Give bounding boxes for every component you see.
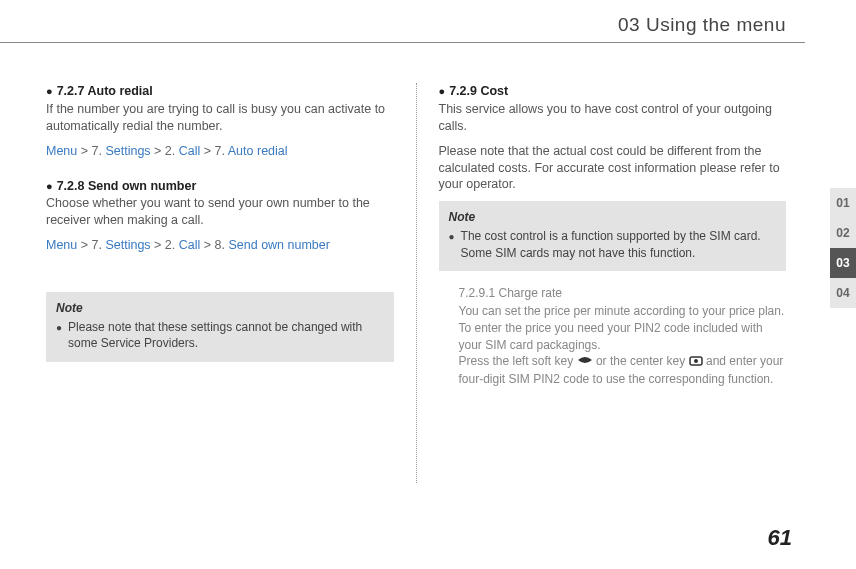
page-content: ●7.2.7 Auto redial If the number you are…: [0, 43, 856, 483]
section-7-2-7-title: ●7.2.7 Auto redial: [46, 83, 394, 100]
tab-01[interactable]: 01: [830, 188, 856, 218]
note-header: Note: [449, 209, 777, 225]
section-7-2-8-body: Choose whether you want to send your own…: [46, 195, 394, 229]
bullet-icon: ●: [449, 230, 455, 260]
bullet-icon: ●: [56, 321, 62, 351]
breadcrumb: Menu > 7. Settings > 2. Call > 7. Auto r…: [46, 143, 394, 160]
tab-03[interactable]: 03: [830, 248, 856, 278]
section-7-2-8-title: ●7.2.8 Send own number: [46, 178, 394, 195]
subsection-body-keys: Press the left soft key or the center ke…: [439, 353, 787, 387]
crumb-menu: Menu: [46, 238, 77, 252]
section-title-text: 7.2.9 Cost: [449, 84, 508, 98]
section-7-2-9-body1: This service allows you to have cost con…: [439, 101, 787, 135]
note-text: The cost control is a function supported…: [461, 228, 776, 260]
section-title-text: 7.2.7 Auto redial: [57, 84, 153, 98]
note-box: Note ● The cost control is a function su…: [439, 201, 787, 271]
section-title-text: 7.2.8 Send own number: [57, 179, 197, 193]
crumb-settings: Settings: [105, 238, 150, 252]
page-number: 61: [768, 525, 792, 551]
chapter-header: 03 Using the menu: [0, 0, 856, 42]
breadcrumb: Menu > 7. Settings > 2. Call > 8. Send o…: [46, 237, 394, 254]
crumb-call: Call: [179, 238, 201, 252]
subsection-7-2-9-1-title: 7.2.9.1 Charge rate: [439, 285, 787, 301]
svg-point-1: [694, 359, 698, 363]
bullet-icon: ●: [46, 85, 53, 97]
crumb-send-own-number: Send own number: [228, 238, 329, 252]
section-7-2-7-body: If the number you are trying to call is …: [46, 101, 394, 135]
crumb-menu: Menu: [46, 144, 77, 158]
chapter-tabs: 01 02 03 04: [830, 188, 856, 308]
crumb-auto-redial: Auto redial: [228, 144, 288, 158]
left-soft-key-icon: [577, 354, 593, 371]
note-box: Note ● Please note that these settings c…: [46, 292, 394, 362]
tab-04[interactable]: 04: [830, 278, 856, 308]
column-right: ●7.2.9 Cost This service allows you to h…: [416, 83, 797, 483]
section-7-2-9-title: ●7.2.9 Cost: [439, 83, 787, 100]
note-header: Note: [56, 300, 384, 316]
center-key-icon: [689, 354, 703, 371]
section-7-2-9-body2: Please note that the actual cost could b…: [439, 143, 787, 194]
column-left: ●7.2.7 Auto redial If the number you are…: [46, 83, 416, 483]
tab-02[interactable]: 02: [830, 218, 856, 248]
crumb-settings: Settings: [105, 144, 150, 158]
bullet-icon: ●: [439, 85, 446, 97]
bullet-icon: ●: [46, 180, 53, 192]
note-text: Please note that these settings cannot b…: [68, 319, 383, 351]
subsection-body: You can set the price per minute accordi…: [439, 303, 787, 353]
crumb-call: Call: [179, 144, 201, 158]
